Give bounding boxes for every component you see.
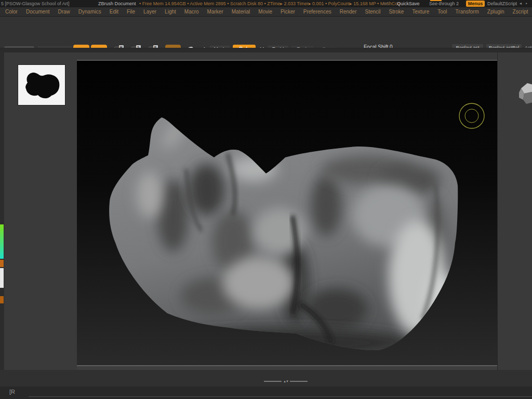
- menu-picker[interactable]: Picker: [281, 9, 295, 15]
- menu-color[interactable]: Color: [5, 9, 18, 15]
- current-tool-preview[interactable]: [517, 81, 532, 106]
- alpha-thumbnail[interactable]: [18, 65, 65, 105]
- status-text: [R: [9, 389, 15, 395]
- color-gradient-swatch[interactable]: [0, 224, 4, 259]
- memory-stats: • Free Mem 14.954GB • Active Mem 2895 • …: [139, 0, 400, 7]
- status-divider: [29, 396, 532, 397]
- menu-layer[interactable]: Layer: [143, 9, 156, 15]
- menu-stencil[interactable]: Stencil: [365, 9, 381, 15]
- menu-file[interactable]: File: [127, 9, 135, 15]
- menu-stroke[interactable]: Stroke: [389, 9, 404, 15]
- tool-mesh-icon: [517, 81, 532, 106]
- splitter-bar: [264, 381, 282, 382]
- document-title: ZBrush Document: [98, 0, 136, 7]
- ac-label: AC: [383, 0, 390, 7]
- bottom-tray: [0, 370, 532, 387]
- menu-draw[interactable]: Draw: [58, 9, 70, 15]
- right-tray-divider[interactable]: [497, 52, 498, 370]
- workspace: ▲▼ [R: [0, 52, 532, 399]
- menu-render[interactable]: Render: [340, 9, 357, 15]
- collapse-icon[interactable]: ◂: [520, 0, 522, 7]
- menu-preferences[interactable]: Preferences: [303, 9, 331, 15]
- menu-tool[interactable]: Tool: [437, 9, 447, 15]
- menus-button[interactable]: Menus: [466, 1, 485, 7]
- menu-movie[interactable]: Movie: [258, 9, 272, 15]
- menu-bar: Color Document Draw Dynamics Edit File L…: [0, 7, 532, 17]
- menu-transform[interactable]: Transform: [456, 9, 479, 15]
- zbrush-window: { "title_bar": { "window_title": "5 [PSO…: [0, 0, 532, 399]
- default-zscript-button[interactable]: DefaultZScript: [487, 0, 517, 7]
- menu-marker[interactable]: Marker: [207, 9, 223, 15]
- shelf-groove: [0, 48, 532, 52]
- menu-macro[interactable]: Macro: [184, 9, 199, 15]
- orange-swatch-2[interactable]: [0, 296, 4, 303]
- top-shelf: LightBox Live Boolean Edit Draw M Move S: [0, 17, 532, 48]
- menu-zplugin[interactable]: Zplugin: [487, 9, 504, 15]
- document-canvas[interactable]: [77, 60, 497, 370]
- menu-material[interactable]: Material: [232, 9, 250, 15]
- menu-zscript[interactable]: Zscript: [513, 9, 528, 15]
- splitter-bar: [290, 381, 308, 382]
- alpha-blob-icon: [18, 65, 65, 105]
- splitter-arrows-icon: ▲▼: [283, 380, 288, 383]
- menu-document[interactable]: Document: [26, 9, 50, 15]
- see-through-slider[interactable]: See-through 2: [429, 0, 459, 7]
- see-through-handle[interactable]: [430, 0, 442, 1]
- status-bar: [R: [0, 387, 532, 399]
- window-icon[interactable]: ▪: [526, 0, 527, 7]
- tray-splitter-handle[interactable]: ▲▼: [264, 379, 312, 383]
- left-tray-edge: [0, 52, 4, 399]
- menu-texture[interactable]: Texture: [412, 9, 429, 15]
- window-title: 5 [PSOW-Glasgow School of Art]: [1, 0, 69, 7]
- quicksave-button[interactable]: QuickSave: [397, 0, 420, 7]
- menu-dynamics[interactable]: Dynamics: [78, 9, 101, 15]
- sculpt-viewport: [77, 60, 497, 370]
- menu-edit[interactable]: Edit: [110, 9, 118, 15]
- white-swatch[interactable]: [0, 268, 4, 288]
- title-bar: 5 [PSOW-Glasgow School of Art] ZBrush Do…: [0, 0, 532, 7]
- menu-light[interactable]: Light: [165, 9, 176, 15]
- orange-swatch[interactable]: [0, 260, 4, 267]
